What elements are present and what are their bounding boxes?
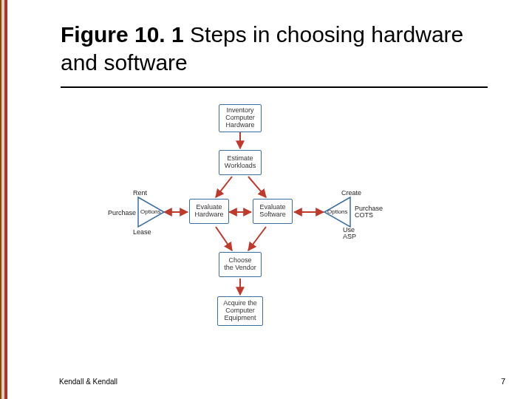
footer-credit: Kendall & Kendall (59, 378, 117, 386)
box-evaluate-software: EvaluateSoftware (253, 199, 293, 224)
left-options-title: Options (140, 208, 161, 215)
box-acquire: Acquire theComputerEquipment (217, 296, 263, 326)
title-underline (61, 86, 488, 88)
box-choose-vendor: Choosethe Vendor (219, 252, 262, 277)
page-number: 7 (501, 377, 505, 386)
flow-diagram: InventoryComputerHardware EstimateWorklo… (61, 103, 488, 339)
label-cots: PurchaseCOTS (355, 205, 383, 219)
label-asp: UseASP (343, 227, 356, 241)
box-inventory-label: InventoryComputerHardware (225, 107, 255, 129)
label-rent: Rent (133, 189, 147, 197)
figure-number: Figure 10. 1 (61, 22, 184, 47)
svg-line-2 (248, 177, 266, 197)
slide-title: Figure 10. 1 Steps in choosing hardware … (61, 21, 488, 76)
label-create: Create (341, 189, 361, 197)
box-vendor-label: Choosethe Vendor (224, 257, 256, 272)
svg-line-1 (216, 177, 232, 197)
box-acquire-label: Acquire theComputerEquipment (223, 300, 257, 322)
svg-line-6 (216, 227, 232, 250)
label-lease: Lease (133, 228, 151, 236)
box-evaluate-hardware: EvaluateHardware (189, 199, 229, 224)
box-evalsw-label: EvaluateSoftware (259, 204, 286, 219)
slide-body: Figure 10. 1 Steps in choosing hardware … (16, 0, 532, 399)
svg-line-7 (248, 227, 266, 250)
left-accent-stripe (0, 0, 16, 399)
box-estimate-label: EstimateWorkloads (225, 155, 256, 170)
label-purchase: Purchase (108, 209, 136, 216)
box-inventory: InventoryComputerHardware (219, 104, 262, 132)
box-evalhw-label: EvaluateHardware (194, 204, 223, 219)
right-options-title: Options (327, 208, 348, 215)
box-estimate: EstimateWorkloads (219, 150, 262, 175)
